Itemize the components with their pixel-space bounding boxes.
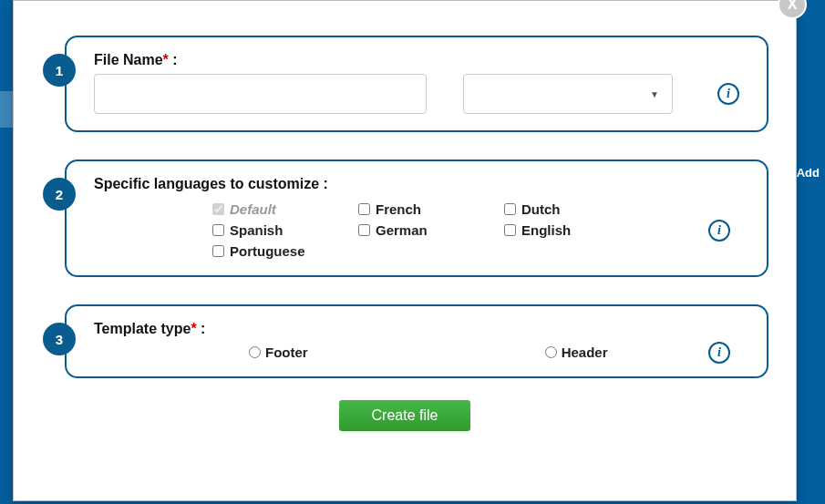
radio-footer[interactable]: Footer	[249, 345, 308, 360]
create-file-modal: X 1 File Name* : ▼ i 2 Specific language…	[13, 0, 797, 501]
lang-spanish[interactable]: Spanish	[212, 222, 358, 238]
step-badge-2: 2	[43, 178, 76, 211]
label-text: File Name	[94, 52, 163, 67]
lang-german[interactable]: German	[358, 222, 504, 238]
template-type-label: Template type* :	[94, 321, 739, 337]
file-name-label: File Name* :	[94, 52, 739, 68]
checkbox-spanish[interactable]	[212, 224, 224, 236]
lang-portuguese[interactable]: Portuguese	[212, 243, 358, 259]
chevron-down-icon: ▼	[650, 89, 659, 99]
required-asterisk: *	[191, 321, 196, 336]
lang-label: French	[376, 201, 421, 217]
lang-french[interactable]: French	[358, 201, 504, 217]
radio-label: Header	[562, 345, 608, 360]
file-name-select[interactable]: ▼	[463, 74, 673, 114]
section-template-type: 3 Template type* : Footer Header i	[65, 304, 768, 378]
info-icon[interactable]: i	[717, 83, 739, 105]
lang-label: German	[376, 222, 428, 238]
checkbox-english[interactable]	[504, 224, 516, 236]
radio-footer-input[interactable]	[249, 346, 261, 358]
label-text: Template type	[94, 321, 191, 336]
checkbox-dutch[interactable]	[504, 203, 516, 215]
languages-label: Specific languages to customize :	[94, 176, 739, 192]
close-button[interactable]: X	[778, 0, 807, 19]
checkbox-french[interactable]	[358, 203, 370, 215]
lang-english[interactable]: English	[504, 222, 650, 238]
template-type-row: Footer Header i	[94, 345, 739, 360]
radio-header[interactable]: Header	[545, 345, 608, 360]
lang-dutch[interactable]: Dutch	[504, 201, 650, 217]
section-file-name: 1 File Name* : ▼ i	[65, 36, 768, 132]
file-name-row: ▼ i	[94, 74, 739, 114]
lang-label: Default	[230, 201, 276, 217]
lang-label: Dutch	[521, 201, 561, 217]
checkbox-german[interactable]	[358, 224, 370, 236]
lang-label: English	[521, 222, 571, 238]
create-file-button[interactable]: Create file	[339, 400, 471, 431]
lang-label: Spanish	[230, 222, 283, 238]
required-asterisk: *	[163, 52, 169, 67]
info-icon[interactable]: i	[708, 342, 730, 364]
radio-label: Footer	[265, 345, 308, 360]
lang-default: Default	[212, 201, 358, 217]
radio-header-input[interactable]	[545, 346, 557, 358]
checkbox-portuguese[interactable]	[212, 245, 224, 257]
checkbox-default	[212, 203, 224, 215]
section-languages: 2 Specific languages to customize : Defa…	[65, 159, 768, 277]
languages-grid: Default Spanish Portuguese French	[94, 201, 739, 259]
step-badge-1: 1	[43, 54, 76, 87]
file-name-input[interactable]	[94, 74, 427, 114]
info-icon[interactable]: i	[708, 220, 730, 242]
lang-label: Portuguese	[230, 243, 305, 259]
step-badge-3: 3	[43, 323, 76, 355]
